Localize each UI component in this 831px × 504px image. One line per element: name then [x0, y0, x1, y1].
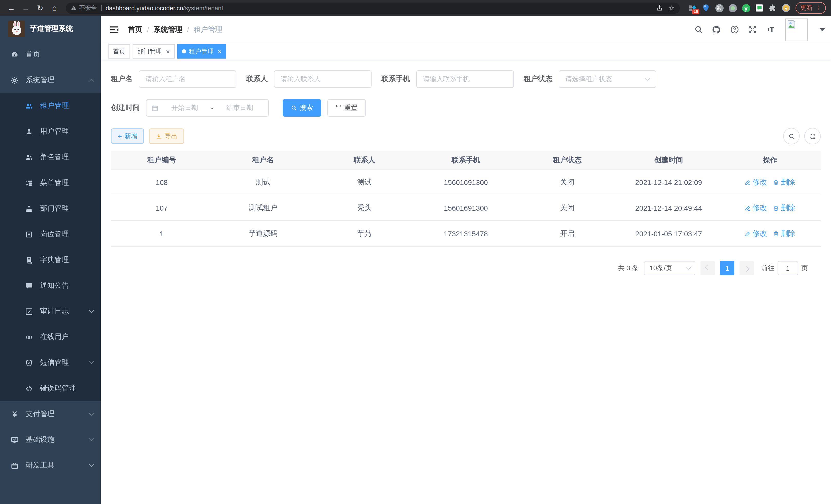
app-logo-row[interactable]: 芋道管理系统	[0, 16, 101, 41]
page-unit: 页	[801, 264, 808, 273]
app-title: 芋道管理系统	[30, 24, 73, 33]
edit-link[interactable]: 修改	[745, 229, 767, 238]
sidebar-item[interactable]: 部门管理	[0, 196, 101, 221]
delete-link[interactable]: 删除	[773, 229, 795, 238]
sidebar-item[interactable]: 租户管理	[0, 93, 101, 119]
avatar-dropdown-caret-icon[interactable]	[820, 28, 825, 31]
breadcrumb: 首页 / 系统管理 / 租户管理	[128, 25, 693, 34]
status-select[interactable]: 请选择租户状态	[558, 70, 656, 88]
extension-icon[interactable]	[701, 4, 710, 12]
phone-input[interactable]: 请输入联系手机	[416, 70, 514, 88]
tenant-name-input[interactable]: 请输入租户名	[139, 70, 236, 88]
help-icon[interactable]	[729, 24, 740, 35]
end-date-placeholder[interactable]: 结束日期	[217, 103, 263, 113]
cell-contact: 芋艿	[314, 221, 415, 246]
browser-forward-icon[interactable]: →	[20, 2, 32, 14]
address-bar[interactable]: 不安全 dashboard.yudao.iocoder.cn/system/te…	[66, 2, 680, 13]
sidebar-item[interactable]: 通知公告	[0, 273, 101, 298]
tag-label: 租户管理	[189, 47, 213, 56]
share-icon[interactable]	[657, 5, 663, 11]
extension-icon[interactable]: ⌘	[715, 4, 724, 12]
extension-icon[interactable]	[728, 4, 737, 12]
delete-link[interactable]: 删除	[773, 203, 795, 212]
close-icon[interactable]: ×	[166, 48, 170, 55]
prev-page-button[interactable]	[700, 261, 715, 275]
tag-item[interactable]: 首页	[109, 44, 130, 59]
extension-icon[interactable]: 10	[688, 4, 697, 12]
breadcrumb-system[interactable]: 系统管理	[154, 25, 182, 34]
sidebar-item[interactable]: 角色管理	[0, 144, 101, 170]
sidebar-item-label: 在线用户	[40, 332, 93, 342]
add-button[interactable]: + 新增	[111, 128, 144, 144]
start-date-placeholder[interactable]: 开始日期	[161, 103, 208, 113]
page-number-1[interactable]: 1	[720, 261, 735, 275]
broken-image-icon	[786, 19, 797, 30]
screen: ← → ↻ ⌂ 不安全 dashboard.yudao.iocoder.cn/s…	[0, 0, 831, 504]
url-text[interactable]: dashboard.yudao.iocoder.cn/system/tenant	[106, 4, 657, 11]
next-page-button[interactable]	[740, 261, 754, 275]
contact-input[interactable]: 请输入联系人	[274, 70, 372, 88]
cell-created: 2021-12-14 21:02:09	[618, 169, 719, 195]
extension-icon[interactable]: y	[742, 4, 750, 12]
sidebar-item[interactable]: 在线用户	[0, 324, 101, 350]
table-row[interactable]: 107测试租户秃头15601691300关闭2021-12-14 20:49:4…	[111, 195, 821, 221]
show-search-button[interactable]	[783, 128, 800, 144]
sidebar-item[interactable]: 审计日志	[0, 298, 101, 324]
security-label[interactable]: 不安全	[79, 4, 97, 12]
font-size-icon[interactable]: TT	[765, 24, 775, 35]
sidebar-item[interactable]: 研发工具	[0, 453, 101, 478]
delete-link[interactable]: 删除	[773, 178, 795, 187]
main-area: 首页 / 系统管理 / 租户管理	[101, 16, 831, 504]
sidebar-item[interactable]: 错误码管理	[0, 376, 101, 401]
goto-page-input[interactable]: 1	[778, 261, 798, 275]
chevron-down-icon	[89, 307, 94, 313]
sidebar-item[interactable]: 系统管理	[0, 67, 101, 93]
sidebar-item-label: 通知公告	[40, 281, 93, 290]
column-header: 联系手机	[415, 151, 517, 169]
search-icon[interactable]	[693, 24, 704, 35]
sidebar-item[interactable]: 支付管理	[0, 401, 101, 427]
sidebar-item-label: 角色管理	[40, 153, 93, 162]
browser-update-button[interactable]: 更新 ⋮	[796, 2, 826, 14]
create-time-range-picker[interactable]: 开始日期 - 结束日期	[146, 99, 269, 117]
chevron-down-icon	[645, 75, 651, 81]
profile-avatar-icon[interactable]	[782, 4, 791, 12]
sidebar-item[interactable]: 基础设施	[0, 427, 101, 453]
fullscreen-icon[interactable]	[747, 24, 757, 35]
search-button[interactable]: 搜索	[283, 99, 321, 117]
user-avatar[interactable]	[785, 18, 808, 41]
breadcrumb-home[interactable]: 首页	[128, 25, 142, 34]
sidebar-item[interactable]: 岗位管理	[0, 221, 101, 247]
column-header: 租户编号	[111, 151, 212, 169]
phone-label: 联系手机	[381, 75, 410, 84]
browser-home-icon[interactable]: ⌂	[48, 2, 61, 14]
export-button[interactable]: 导出	[149, 128, 184, 144]
sidebar-item[interactable]: 首页	[0, 41, 101, 67]
close-icon[interactable]: ×	[218, 48, 222, 55]
bookmark-star-icon[interactable]: ☆	[668, 4, 675, 12]
sidebar-collapse-icon[interactable]	[109, 24, 120, 35]
sidebar-item[interactable]: 字典管理	[0, 247, 101, 273]
sidebar-item[interactable]: 用户管理	[0, 119, 101, 144]
table-row[interactable]: 1芋道源码芋艿17321315478开启2021-01-05 17:03:47修…	[111, 221, 821, 246]
edit-link[interactable]: 修改	[745, 203, 767, 212]
edit-link[interactable]: 修改	[745, 178, 767, 187]
sidebar-item[interactable]: 菜单管理	[0, 170, 101, 196]
chevron-down-icon	[686, 264, 692, 270]
table-row[interactable]: 108测试测试15601691300关闭2021-12-14 21:02:09修…	[111, 169, 821, 195]
browser-menu-icon[interactable]: ⋮	[815, 5, 821, 11]
sidebar-item-label: 基础设施	[26, 435, 89, 444]
tag-item[interactable]: 部门管理×	[133, 44, 174, 59]
cell-contact: 秃头	[314, 195, 415, 221]
page-size-select[interactable]: 10条/页	[644, 261, 695, 275]
reset-button[interactable]: 重置	[327, 99, 366, 117]
refresh-table-button[interactable]	[804, 128, 821, 144]
tag-item[interactable]: 租户管理×	[177, 44, 226, 59]
browser-reload-icon[interactable]: ↻	[34, 2, 46, 14]
sidebar-item-label: 用户管理	[40, 127, 93, 136]
sidebar-item[interactable]: 短信管理	[0, 350, 101, 376]
browser-back-icon[interactable]: ←	[5, 2, 18, 14]
extensions-puzzle-icon[interactable]	[768, 4, 777, 12]
extension-icon[interactable]	[755, 4, 764, 12]
github-icon[interactable]	[711, 24, 721, 35]
